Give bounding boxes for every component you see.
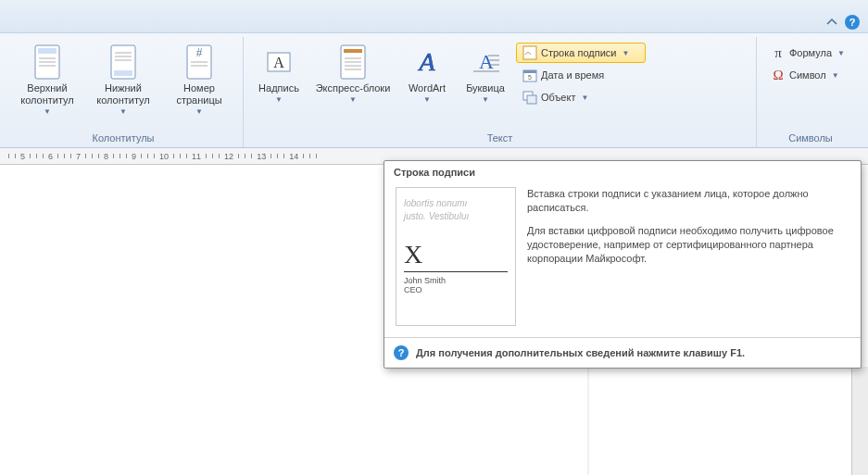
tooltip-footer-text: Для получения дополнительных сведений на… [416,347,745,358]
ruler-number: 6 [48,152,53,161]
textbox-icon: A [263,44,295,81]
tooltip-paragraph-1: Вставка строки подписи с указанием лица,… [527,187,849,215]
svg-text:A: A [479,50,494,73]
help-icon[interactable]: ? [844,14,861,31]
minimize-ribbon-icon[interactable] [824,14,840,31]
date-time-button[interactable]: 5 Дата и время [516,65,646,85]
footer-button[interactable]: Нижний колонтитул ▼ [87,41,159,119]
svg-text:A: A [273,55,284,70]
vertical-scrollbar[interactable] [851,367,868,475]
chevron-down-icon: ▼ [581,94,588,102]
textbox-button[interactable]: A Надпись ▼ [251,41,307,106]
svg-text:A: A [417,47,435,76]
tooltip-paragraph-2: Для вставки цифровой подписи необходимо … [527,224,849,266]
header-label: Верхний колонтитул [16,82,79,106]
preview-signer-name: John Smith [404,276,508,285]
group-title-symbols: Символы [764,131,857,147]
help-icon: ? [394,345,409,360]
dropcap-button[interactable]: A Буквица ▼ [459,41,512,106]
object-icon [522,90,537,105]
chevron-down-icon: ▼ [195,107,203,116]
ruler-number: 12 [224,152,233,161]
chevron-down-icon: ▼ [837,49,845,57]
equation-icon: π [771,45,786,60]
signature-line-tooltip: Строка подписи lobortis nonumı justo. Ve… [384,160,862,369]
preview-signature-x: X [404,240,508,269]
ruler-number: 10 [159,152,169,161]
quickparts-label: Экспресс-блоки [316,82,391,94]
footer-label: Нижний колонтитул [92,82,155,106]
textbox-label: Надпись [258,82,299,94]
ribbon-group-symbols: π Формула ▼ Ω Символ ▼ Символы [757,37,864,147]
date-time-label: Дата и время [541,69,604,81]
page-number-icon: # [183,44,215,81]
ruler-number: 8 [104,152,108,161]
ribbon-group-headers-footers: Верхний колонтитул ▼ Нижний колонтитул ▼… [4,37,244,147]
svg-rect-1 [38,48,57,54]
dropcap-icon: A [470,44,501,81]
object-label: Объект [541,92,575,103]
svg-text:5: 5 [528,74,532,81]
tooltip-footer: ? Для получения дополнительных сведений … [384,337,861,368]
ruler-number: 13 [257,152,266,161]
chevron-down-icon: ▼ [44,107,51,116]
object-button[interactable]: Объект ▼ [516,87,646,107]
svg-rect-6 [114,70,132,76]
ruler-number: 7 [76,152,81,161]
svg-text:#: # [196,46,203,59]
tooltip-preview: lobortis nonumı justo. Vestibuluı X John… [396,187,516,326]
preview-lorem-1: lobortis nonumı [404,197,508,210]
preview-signature-line [404,271,508,272]
preview-signer-role: CEO [404,285,508,294]
dropcap-label: Буквица [466,82,505,94]
signature-line-button[interactable]: Строка подписи ▼ [516,43,646,63]
chevron-down-icon: ▼ [423,95,431,104]
chevron-down-icon: ▼ [275,95,283,104]
preview-lorem-2: justo. Vestibuluı [404,210,508,223]
ruler-number: 5 [20,152,25,161]
quickparts-icon [337,44,369,81]
svg-rect-30 [523,70,536,73]
group-title-text: Текст [251,131,748,147]
chevron-down-icon: ▼ [120,107,127,116]
equation-button[interactable]: π Формула ▼ [764,43,857,63]
quickparts-button[interactable]: Экспресс-блоки ▼ [310,41,396,106]
ruler-number: 14 [289,152,298,161]
chevron-down-icon: ▼ [482,95,489,104]
signature-line-label: Строка подписи [541,47,616,58]
tooltip-title: Строка подписи [384,161,861,181]
ruler-number: 9 [132,152,136,161]
ribbon-group-text: A Надпись ▼ Экспресс-блоки ▼ A WordArt ▼ [244,37,757,147]
equation-label: Формула [789,47,832,58]
symbol-button[interactable]: Ω Символ ▼ [764,65,857,85]
group-title-headers-footers: Колонтитулы [11,131,235,147]
chevron-down-icon: ▼ [622,49,629,57]
wordart-icon: A [411,44,443,81]
symbol-label: Символ [789,69,826,81]
date-time-icon: 5 [522,68,537,82]
ribbon: Верхний колонтитул ▼ Нижний колонтитул ▼… [0,33,868,148]
symbol-icon: Ω [771,68,786,82]
chevron-down-icon: ▼ [832,71,839,80]
page-number-button[interactable]: # Номер страницы ▼ [163,41,235,119]
wordart-label: WordArt [409,82,446,94]
footer-icon [107,44,139,81]
header-icon [31,44,63,81]
header-button[interactable]: Верхний колонтитул ▼ [11,41,83,119]
title-bar: ? [0,0,868,33]
svg-rect-17 [344,49,362,53]
wordart-button[interactable]: A WordArt ▼ [399,41,455,106]
ruler-number: 11 [192,152,201,161]
page-number-label: Номер страницы [168,82,231,106]
signature-icon [522,45,537,60]
svg-rect-33 [527,95,536,104]
chevron-down-icon: ▼ [349,95,357,104]
